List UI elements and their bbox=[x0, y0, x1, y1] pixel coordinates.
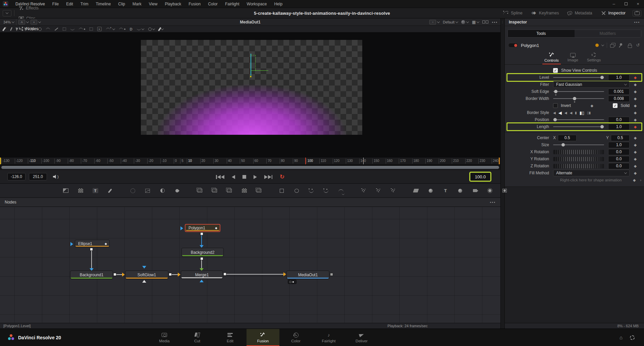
lock-icon[interactable] bbox=[627, 43, 632, 48]
slider-knob[interactable] bbox=[573, 97, 576, 100]
spline-warp-icon[interactable] bbox=[337, 188, 344, 194]
text-3d-icon[interactable]: T bbox=[442, 188, 449, 194]
menu-workspace[interactable]: Workspace bbox=[243, 2, 271, 6]
pencil-tool[interactable] bbox=[11, 27, 12, 31]
page-deliver[interactable]: Deliver bbox=[345, 329, 378, 346]
value-field[interactable]: 0.0 bbox=[608, 163, 630, 169]
rectangle-mask-icon[interactable] bbox=[278, 188, 285, 194]
node-output-port[interactable] bbox=[90, 248, 93, 251]
menu-color[interactable]: Color bbox=[204, 2, 221, 6]
step-back-button[interactable] bbox=[231, 175, 235, 179]
particle-spawn-icon[interactable] bbox=[375, 188, 382, 194]
node-connector[interactable] bbox=[226, 274, 283, 275]
wave-mode-tool[interactable] bbox=[137, 28, 144, 30]
right-viewer-dot-icon[interactable] bbox=[292, 281, 294, 283]
node-output-port[interactable] bbox=[113, 273, 116, 276]
toolbar-button-keyframes[interactable]: Keyframes bbox=[527, 8, 564, 18]
node-connector[interactable] bbox=[91, 250, 92, 268]
node-output-port[interactable] bbox=[200, 257, 203, 260]
menu-fairlight[interactable]: Fairlight bbox=[221, 2, 243, 6]
timeline-scrollbar[interactable] bbox=[0, 165, 500, 170]
transform-box-tool[interactable] bbox=[90, 27, 93, 31]
value-field[interactable]: 0.001 bbox=[608, 89, 630, 95]
node-graph-canvas[interactable]: Polygon1◆Ellipse1◆Background2Background1… bbox=[0, 207, 500, 323]
page-fairlight[interactable]: ♪Fairlight bbox=[312, 329, 345, 346]
bevel-cap-icon[interactable]: ◀ bbox=[553, 111, 556, 115]
node-output-port[interactable] bbox=[200, 232, 203, 235]
node-merge1[interactable]: Merge1 bbox=[181, 271, 223, 279]
current-frame-field[interactable]: 100.0 bbox=[470, 173, 490, 181]
merge-icon[interactable] bbox=[197, 188, 203, 194]
particle-render-icon[interactable] bbox=[390, 188, 396, 194]
menu-playback[interactable]: Playback bbox=[161, 2, 185, 6]
audio-mute-button[interactable]: ) bbox=[53, 175, 59, 179]
camera-3d-icon[interactable] bbox=[472, 188, 478, 194]
polygon-mask-icon[interactable] bbox=[308, 188, 315, 194]
keyframe-diamond-icon[interactable]: ◆ bbox=[630, 90, 641, 94]
transform-icon[interactable] bbox=[256, 188, 262, 194]
keyframe-diamond-icon[interactable]: ◆ bbox=[571, 104, 613, 108]
checkbox-invert[interactable] bbox=[553, 103, 558, 108]
subtab-image[interactable]: Image bbox=[568, 52, 578, 64]
subtab-controls[interactable]: Controls bbox=[544, 52, 559, 64]
node-ellipse1[interactable]: Ellipse1◆ bbox=[75, 240, 110, 247]
alpha-button[interactable]: A bbox=[18, 20, 25, 24]
range-start-field[interactable]: -126.0 bbox=[7, 173, 25, 180]
select-point-tool[interactable] bbox=[25, 27, 27, 31]
value-field[interactable]: 0.0 bbox=[608, 156, 630, 162]
chevron-down-icon[interactable] bbox=[601, 43, 604, 46]
rotation-thumbwheel[interactable] bbox=[553, 164, 604, 168]
grid-button[interactable]: ▦ bbox=[472, 20, 479, 24]
keyframe-diamond-icon[interactable]: ◆ bbox=[630, 82, 641, 87]
keyframe-diamond-icon[interactable]: ◆ bbox=[630, 164, 641, 168]
slider-knob[interactable] bbox=[553, 118, 557, 121]
reset-history-icon[interactable]: ↺ bbox=[635, 43, 641, 48]
range-start-marker[interactable] bbox=[0, 158, 1, 165]
menu-file[interactable]: File bbox=[49, 2, 62, 6]
loop-button[interactable]: ↻ bbox=[280, 174, 284, 180]
onion-skin-tool[interactable] bbox=[148, 27, 155, 31]
keyframe-diamond-icon[interactable]: ◆ bbox=[629, 178, 640, 182]
slider-knob[interactable] bbox=[554, 90, 557, 93]
left-viewer-dot-icon[interactable] bbox=[289, 281, 291, 283]
linear-segment-tool[interactable] bbox=[54, 29, 58, 30]
keyframe-diamond-icon[interactable]: ◆ bbox=[630, 118, 641, 122]
toolbar-button-inspector[interactable]: Inspector bbox=[597, 8, 630, 18]
viewer-buffer-button[interactable]: ▪ bbox=[31, 20, 41, 24]
text-plus-icon[interactable]: T bbox=[92, 188, 99, 194]
node-enable-toggle[interactable] bbox=[508, 43, 518, 48]
color-curves-icon[interactable] bbox=[144, 188, 151, 194]
dual-viewer-button[interactable] bbox=[482, 20, 488, 23]
slider-knob[interactable] bbox=[561, 143, 565, 147]
polygon-onscreen-control[interactable] bbox=[250, 54, 270, 78]
menu-mark[interactable]: Mark bbox=[129, 2, 145, 6]
node-connector[interactable] bbox=[172, 274, 178, 275]
panel-splitter[interactable]: ⋮ bbox=[500, 18, 505, 329]
pin-icon[interactable] bbox=[619, 43, 624, 48]
particle-emitter-icon[interactable] bbox=[360, 188, 367, 194]
viewer-zoom-select[interactable]: 34% bbox=[3, 20, 14, 24]
keyframe-diamond-icon[interactable]: ◆ bbox=[630, 136, 641, 140]
split-style-icon[interactable]: ▮▯ bbox=[580, 110, 584, 115]
node-background1[interactable]: Background1 bbox=[70, 271, 113, 279]
menu-trim[interactable]: Trim bbox=[77, 2, 92, 6]
time-ruler[interactable]: -130-120-110-100-90-80-70-60-50-40-30-20… bbox=[0, 158, 500, 165]
nodes-options-menu[interactable]: ••• bbox=[490, 200, 496, 204]
freehand-curve-tool[interactable] bbox=[70, 28, 74, 30]
page-color[interactable]: Color bbox=[279, 329, 312, 346]
keyframe-diamond-icon[interactable]: ◆ bbox=[630, 104, 641, 108]
page-edit[interactable]: Edit bbox=[214, 329, 247, 346]
range-end-marker[interactable] bbox=[499, 158, 500, 165]
copy-settings-icon[interactable] bbox=[610, 43, 615, 48]
slider-knob[interactable] bbox=[600, 76, 604, 79]
slider-knob[interactable] bbox=[600, 125, 604, 128]
ellipse-mask-icon[interactable] bbox=[293, 188, 300, 194]
butt-style-icon[interactable]: ▮ bbox=[575, 111, 577, 115]
viewer-channel-button[interactable]: A bbox=[18, 20, 29, 24]
marquee-select-tool[interactable] bbox=[63, 27, 66, 31]
page-fusion[interactable]: Fusion bbox=[247, 329, 279, 346]
fast-noise-icon[interactable] bbox=[77, 188, 84, 194]
range-end-field[interactable]: 251.0 bbox=[29, 173, 47, 180]
tab-tools[interactable]: Tools bbox=[508, 30, 575, 37]
center-y-field[interactable]: 0.5 bbox=[611, 135, 630, 141]
